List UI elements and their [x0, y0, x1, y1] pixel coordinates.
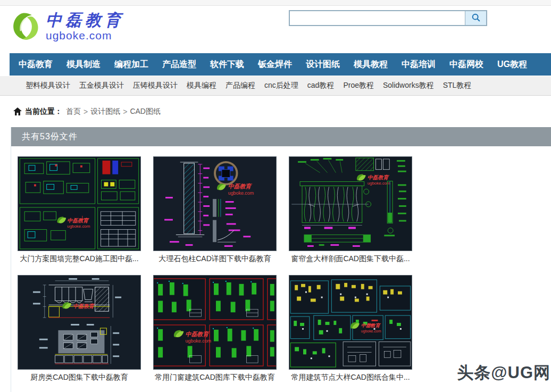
page: 中磊教育 ugboke.com 中磊教育 模具制造 编程加工 产品造型 软件下载…	[0, 0, 551, 392]
thumbnail-door-window-library[interactable]: 中磊教育 ugboke.com	[153, 275, 277, 370]
nav-item[interactable]: 中磊教育	[12, 59, 60, 70]
breadcrumb: 当前位置： 首页 > 设计图纸 > CAD图纸	[0, 96, 551, 127]
file-grid: 中磊教育 ugboke.com 大门方案围墙完整CAD施工图中磊...	[11, 146, 551, 392]
thumb-watermark-text: ugboke.com	[67, 224, 90, 229]
subnav-item[interactable]: cnc后处理	[264, 81, 298, 90]
subnav-item[interactable]: 产品编程	[226, 81, 255, 90]
nav-item[interactable]: 中磊培训	[395, 59, 443, 70]
file-title-link[interactable]: 窗帘盒大样剖面CAD图集下载中磊...	[289, 254, 412, 264]
thumbnail-building-node-details[interactable]: 中磊教育 ugboke.com	[289, 275, 412, 370]
nav-item[interactable]: 钣金焊件	[251, 59, 299, 70]
thumbnail-marble-column[interactable]: 中磊教育 ugboke.com	[153, 156, 277, 251]
thumb-watermark-text: 中磊教育	[67, 218, 89, 223]
home-icon	[13, 107, 22, 115]
logo-leaf-icon	[11, 11, 41, 43]
search-input[interactable]	[290, 11, 465, 25]
brand-domain: ugboke.com	[46, 29, 124, 42]
file-card[interactable]: 中磊教育 ugboke.com	[153, 156, 277, 264]
file-title-link[interactable]: 厨房类CAD图集下载中磊教育	[18, 373, 141, 382]
main-nav: 中磊教育 模具制造 编程加工 产品造型 软件下载 钣金焊件 设计图纸 模具教程 …	[10, 53, 551, 76]
file-card[interactable]: 中磊教育 ugboke.com 常用建筑节点大样CAD图纸合集中...	[289, 275, 412, 382]
subnav-item[interactable]: 五金模具设计	[79, 81, 124, 90]
thumb-watermark-text: ugboke.com	[361, 329, 381, 333]
file-card[interactable]: 中磊教育 ugboke.com	[289, 156, 412, 264]
nav-item[interactable]: 设计图纸	[299, 59, 347, 70]
thumbnail-gate-wall-plan[interactable]: 中磊教育 ugboke.com	[18, 156, 141, 251]
breadcrumb-link[interactable]: 设计图纸	[90, 107, 120, 116]
subnav-item[interactable]: Solidworks教程	[383, 81, 434, 90]
file-card[interactable]: 中磊教育	[18, 275, 141, 382]
site-logo[interactable]: 中磊教育 ugboke.com	[11, 11, 124, 43]
breadcrumb-separator: >	[84, 107, 88, 116]
breadcrumb-label: 当前位置：	[25, 107, 62, 116]
sub-nav: 塑料模具设计 五金模具设计 压铸模具设计 模具编程 产品编程 cnc后处理 ca…	[0, 76, 551, 96]
nav-item[interactable]: 编程加工	[107, 59, 155, 70]
file-count-text: 共有53份文件	[22, 132, 78, 141]
thumb-watermark-text: 中磊教育	[361, 323, 381, 328]
thumb-watermark-text: ugboke.com	[368, 181, 390, 186]
file-title-link[interactable]: 常用建筑节点大样CAD图纸合集中...	[289, 373, 412, 382]
breadcrumb-link[interactable]: 首页	[66, 107, 81, 116]
file-list-panel: 共有53份文件	[11, 127, 551, 392]
search-icon	[471, 13, 481, 24]
nav-item[interactable]: 中磊网校	[443, 59, 490, 70]
file-card[interactable]: 中磊教育 ugboke.com 大门方案围墙完整CAD施工图中磊...	[18, 156, 141, 264]
nav-item[interactable]: 模具教程	[347, 59, 395, 70]
subnav-item[interactable]: cad教程	[307, 81, 335, 90]
brand-title: 中磊教育	[46, 11, 124, 29]
search-box	[289, 10, 487, 26]
nav-item[interactable]: 软件下载	[203, 59, 251, 70]
thumb-watermark-text: ugboke.com	[186, 338, 211, 344]
thumb-watermark-text: 中磊教育	[186, 331, 210, 337]
subnav-item[interactable]: 模具编程	[187, 81, 216, 90]
file-card[interactable]: 中磊教育 ugboke.com 常用门窗建筑CAD图库下载中磊教育	[153, 275, 277, 382]
breadcrumb-separator: >	[123, 107, 127, 116]
subnav-item[interactable]: STL教程	[443, 81, 472, 90]
nav-item[interactable]: UG教程	[490, 59, 534, 70]
subnav-item[interactable]: 压铸模具设计	[133, 81, 178, 90]
search-button[interactable]	[465, 11, 486, 25]
thumb-watermark-text: 中磊教育	[73, 303, 95, 309]
file-title-link[interactable]: 大理石包柱CAD详图下载中磊教育	[153, 254, 277, 264]
thumb-watermark-text: ugboke.com	[228, 190, 254, 196]
subnav-item[interactable]: Proe教程	[343, 81, 374, 90]
nav-item[interactable]: 模具制造	[60, 59, 107, 70]
top-strip	[0, 0, 551, 6]
thumbnail-kitchen-elevation[interactable]: 中磊教育	[18, 275, 141, 370]
thumb-watermark-text: 中磊教育	[228, 183, 253, 189]
breadcrumb-current: CAD图纸	[130, 107, 161, 116]
file-title-link[interactable]: 大门方案围墙完整CAD施工图中磊...	[18, 254, 141, 264]
site-header: 中磊教育 ugboke.com	[0, 6, 551, 53]
file-title-link[interactable]: 常用门窗建筑CAD图库下载中磊教育	[153, 373, 277, 382]
nav-item[interactable]: 产品造型	[155, 59, 203, 70]
thumbnail-curtain-box[interactable]: 中磊教育 ugboke.com	[289, 156, 412, 251]
thumb-watermark-text: 中磊教育	[368, 174, 390, 180]
subnav-item[interactable]: 塑料模具设计	[26, 81, 70, 90]
file-count-bar: 共有53份文件	[11, 127, 551, 146]
